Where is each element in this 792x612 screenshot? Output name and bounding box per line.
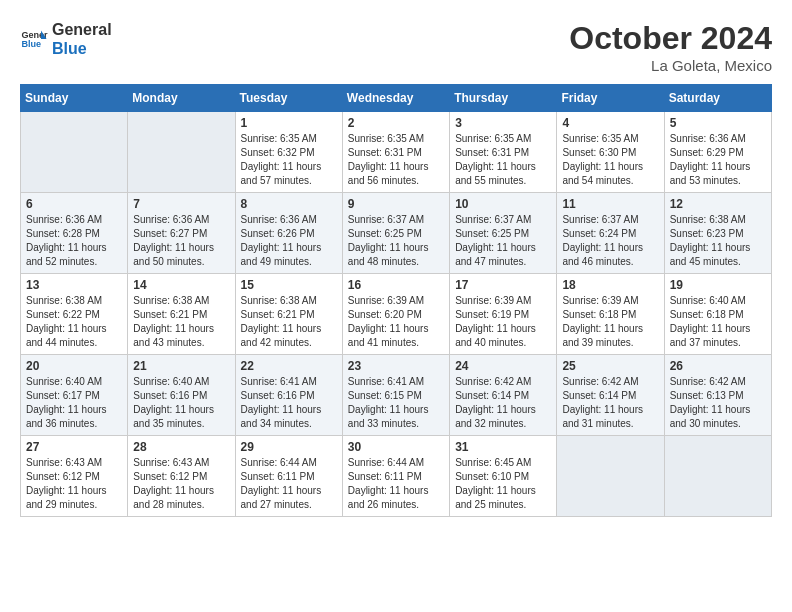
day-info: Sunrise: 6:43 AMSunset: 6:12 PMDaylight:… [26, 456, 122, 512]
day-number: 1 [241, 116, 337, 130]
calendar-cell: 31Sunrise: 6:45 AMSunset: 6:10 PMDayligh… [450, 436, 557, 517]
weekday-header-monday: Monday [128, 85, 235, 112]
calendar-cell: 17Sunrise: 6:39 AMSunset: 6:19 PMDayligh… [450, 274, 557, 355]
day-number: 20 [26, 359, 122, 373]
calendar-cell: 24Sunrise: 6:42 AMSunset: 6:14 PMDayligh… [450, 355, 557, 436]
weekday-header-sunday: Sunday [21, 85, 128, 112]
day-info: Sunrise: 6:40 AMSunset: 6:18 PMDaylight:… [670, 294, 766, 350]
week-row-4: 20Sunrise: 6:40 AMSunset: 6:17 PMDayligh… [21, 355, 772, 436]
calendar-cell: 6Sunrise: 6:36 AMSunset: 6:28 PMDaylight… [21, 193, 128, 274]
day-info: Sunrise: 6:38 AMSunset: 6:22 PMDaylight:… [26, 294, 122, 350]
day-info: Sunrise: 6:35 AMSunset: 6:31 PMDaylight:… [348, 132, 444, 188]
day-info: Sunrise: 6:38 AMSunset: 6:23 PMDaylight:… [670, 213, 766, 269]
weekday-header-row: SundayMondayTuesdayWednesdayThursdayFrid… [21, 85, 772, 112]
day-info: Sunrise: 6:37 AMSunset: 6:25 PMDaylight:… [348, 213, 444, 269]
day-info: Sunrise: 6:39 AMSunset: 6:20 PMDaylight:… [348, 294, 444, 350]
day-number: 8 [241, 197, 337, 211]
calendar-cell: 2Sunrise: 6:35 AMSunset: 6:31 PMDaylight… [342, 112, 449, 193]
day-info: Sunrise: 6:40 AMSunset: 6:16 PMDaylight:… [133, 375, 229, 431]
day-number: 26 [670, 359, 766, 373]
weekday-header-friday: Friday [557, 85, 664, 112]
day-info: Sunrise: 6:37 AMSunset: 6:24 PMDaylight:… [562, 213, 658, 269]
day-info: Sunrise: 6:44 AMSunset: 6:11 PMDaylight:… [348, 456, 444, 512]
day-number: 17 [455, 278, 551, 292]
calendar-cell: 3Sunrise: 6:35 AMSunset: 6:31 PMDaylight… [450, 112, 557, 193]
day-info: Sunrise: 6:38 AMSunset: 6:21 PMDaylight:… [241, 294, 337, 350]
day-number: 5 [670, 116, 766, 130]
calendar-cell [664, 436, 771, 517]
day-info: Sunrise: 6:40 AMSunset: 6:17 PMDaylight:… [26, 375, 122, 431]
day-number: 25 [562, 359, 658, 373]
logo: General Blue General Blue [20, 20, 112, 58]
day-info: Sunrise: 6:35 AMSunset: 6:31 PMDaylight:… [455, 132, 551, 188]
calendar-cell: 28Sunrise: 6:43 AMSunset: 6:12 PMDayligh… [128, 436, 235, 517]
day-number: 6 [26, 197, 122, 211]
day-info: Sunrise: 6:42 AMSunset: 6:13 PMDaylight:… [670, 375, 766, 431]
page-header: General Blue General Blue October 2024 L… [20, 20, 772, 74]
calendar-cell: 16Sunrise: 6:39 AMSunset: 6:20 PMDayligh… [342, 274, 449, 355]
calendar-cell: 30Sunrise: 6:44 AMSunset: 6:11 PMDayligh… [342, 436, 449, 517]
day-info: Sunrise: 6:36 AMSunset: 6:26 PMDaylight:… [241, 213, 337, 269]
week-row-2: 6Sunrise: 6:36 AMSunset: 6:28 PMDaylight… [21, 193, 772, 274]
day-number: 11 [562, 197, 658, 211]
weekday-header-wednesday: Wednesday [342, 85, 449, 112]
calendar-cell: 21Sunrise: 6:40 AMSunset: 6:16 PMDayligh… [128, 355, 235, 436]
day-info: Sunrise: 6:35 AMSunset: 6:32 PMDaylight:… [241, 132, 337, 188]
day-info: Sunrise: 6:45 AMSunset: 6:10 PMDaylight:… [455, 456, 551, 512]
logo-general: General [52, 20, 112, 39]
day-number: 22 [241, 359, 337, 373]
day-info: Sunrise: 6:38 AMSunset: 6:21 PMDaylight:… [133, 294, 229, 350]
calendar-cell: 11Sunrise: 6:37 AMSunset: 6:24 PMDayligh… [557, 193, 664, 274]
calendar-cell: 22Sunrise: 6:41 AMSunset: 6:16 PMDayligh… [235, 355, 342, 436]
svg-text:Blue: Blue [21, 40, 41, 50]
calendar-cell: 4Sunrise: 6:35 AMSunset: 6:30 PMDaylight… [557, 112, 664, 193]
calendar-cell: 27Sunrise: 6:43 AMSunset: 6:12 PMDayligh… [21, 436, 128, 517]
day-number: 3 [455, 116, 551, 130]
day-number: 13 [26, 278, 122, 292]
calendar-cell: 20Sunrise: 6:40 AMSunset: 6:17 PMDayligh… [21, 355, 128, 436]
day-number: 7 [133, 197, 229, 211]
calendar-cell: 10Sunrise: 6:37 AMSunset: 6:25 PMDayligh… [450, 193, 557, 274]
day-number: 21 [133, 359, 229, 373]
day-number: 12 [670, 197, 766, 211]
calendar-cell [21, 112, 128, 193]
location: La Goleta, Mexico [569, 57, 772, 74]
calendar-cell: 12Sunrise: 6:38 AMSunset: 6:23 PMDayligh… [664, 193, 771, 274]
day-number: 31 [455, 440, 551, 454]
day-number: 23 [348, 359, 444, 373]
day-number: 27 [26, 440, 122, 454]
week-row-1: 1Sunrise: 6:35 AMSunset: 6:32 PMDaylight… [21, 112, 772, 193]
day-info: Sunrise: 6:36 AMSunset: 6:29 PMDaylight:… [670, 132, 766, 188]
calendar-cell: 29Sunrise: 6:44 AMSunset: 6:11 PMDayligh… [235, 436, 342, 517]
calendar-table: SundayMondayTuesdayWednesdayThursdayFrid… [20, 84, 772, 517]
calendar-cell: 14Sunrise: 6:38 AMSunset: 6:21 PMDayligh… [128, 274, 235, 355]
day-info: Sunrise: 6:35 AMSunset: 6:30 PMDaylight:… [562, 132, 658, 188]
day-info: Sunrise: 6:39 AMSunset: 6:18 PMDaylight:… [562, 294, 658, 350]
calendar-cell: 8Sunrise: 6:36 AMSunset: 6:26 PMDaylight… [235, 193, 342, 274]
calendar-cell [557, 436, 664, 517]
day-number: 16 [348, 278, 444, 292]
day-number: 30 [348, 440, 444, 454]
day-number: 14 [133, 278, 229, 292]
day-info: Sunrise: 6:44 AMSunset: 6:11 PMDaylight:… [241, 456, 337, 512]
calendar-cell: 9Sunrise: 6:37 AMSunset: 6:25 PMDaylight… [342, 193, 449, 274]
logo-icon: General Blue [20, 25, 48, 53]
calendar-cell: 25Sunrise: 6:42 AMSunset: 6:14 PMDayligh… [557, 355, 664, 436]
month-title: October 2024 [569, 20, 772, 57]
day-info: Sunrise: 6:42 AMSunset: 6:14 PMDaylight:… [562, 375, 658, 431]
calendar-cell: 15Sunrise: 6:38 AMSunset: 6:21 PMDayligh… [235, 274, 342, 355]
day-number: 19 [670, 278, 766, 292]
day-number: 29 [241, 440, 337, 454]
day-number: 9 [348, 197, 444, 211]
calendar-cell: 1Sunrise: 6:35 AMSunset: 6:32 PMDaylight… [235, 112, 342, 193]
day-info: Sunrise: 6:42 AMSunset: 6:14 PMDaylight:… [455, 375, 551, 431]
week-row-5: 27Sunrise: 6:43 AMSunset: 6:12 PMDayligh… [21, 436, 772, 517]
day-info: Sunrise: 6:36 AMSunset: 6:28 PMDaylight:… [26, 213, 122, 269]
day-number: 24 [455, 359, 551, 373]
calendar-cell [128, 112, 235, 193]
day-info: Sunrise: 6:41 AMSunset: 6:15 PMDaylight:… [348, 375, 444, 431]
calendar-cell: 26Sunrise: 6:42 AMSunset: 6:13 PMDayligh… [664, 355, 771, 436]
title-block: October 2024 La Goleta, Mexico [569, 20, 772, 74]
calendar-cell: 19Sunrise: 6:40 AMSunset: 6:18 PMDayligh… [664, 274, 771, 355]
calendar-cell: 23Sunrise: 6:41 AMSunset: 6:15 PMDayligh… [342, 355, 449, 436]
